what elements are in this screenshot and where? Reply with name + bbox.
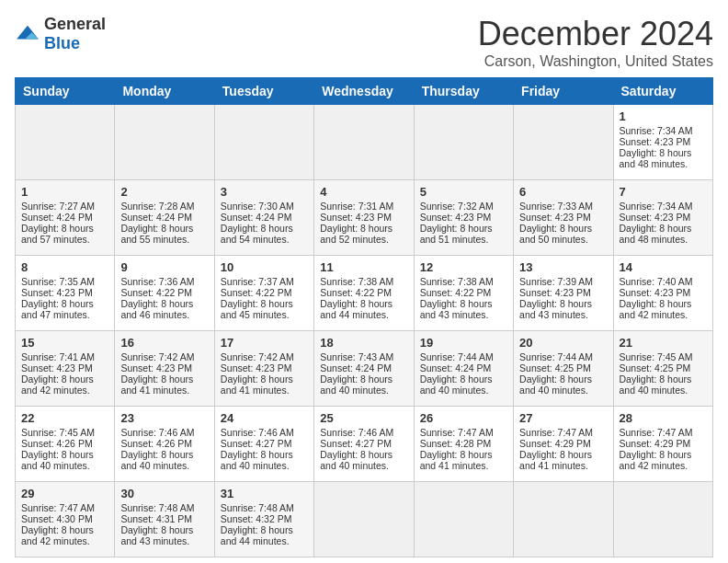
sunset-text: Sunset: 4:31 PM: [120, 513, 208, 524]
logo-text-general: General: [44, 15, 106, 33]
daylight-text: Daylight: 8 hours and 41 minutes.: [420, 449, 507, 471]
sunrise-text: Sunrise: 7:46 AM: [221, 427, 308, 438]
sunset-text: Sunset: 4:23 PM: [620, 287, 707, 298]
sunset-text: Sunset: 4:23 PM: [519, 212, 607, 223]
daylight-text: Daylight: 8 hours and 43 minutes.: [420, 298, 507, 320]
day-number: 7: [620, 185, 707, 199]
calendar-cell: [314, 482, 414, 557]
daylight-text: Daylight: 8 hours and 40 minutes.: [320, 373, 407, 396]
sunrise-text: Sunrise: 7:45 AM: [21, 427, 108, 438]
calendar-cell: 24Sunrise: 7:46 AMSunset: 4:27 PMDayligh…: [214, 407, 313, 482]
daylight-text: Daylight: 8 hours and 43 minutes.: [120, 524, 208, 546]
calendar-cell: 30Sunrise: 7:48 AMSunset: 4:31 PMDayligh…: [115, 482, 214, 557]
daylight-text: Daylight: 8 hours and 42 minutes.: [620, 298, 707, 320]
calendar-cell: 22Sunrise: 7:45 AMSunset: 4:26 PMDayligh…: [16, 407, 115, 482]
calendar-cell: 28Sunrise: 7:47 AMSunset: 4:29 PMDayligh…: [613, 407, 712, 482]
calendar-cell: 27Sunrise: 7:47 AMSunset: 4:29 PMDayligh…: [514, 407, 613, 482]
sunset-text: Sunset: 4:23 PM: [120, 362, 208, 373]
calendar-cell: 10Sunrise: 7:37 AMSunset: 4:22 PMDayligh…: [214, 256, 313, 331]
sunset-text: Sunset: 4:22 PM: [320, 287, 407, 298]
day-number: 16: [120, 336, 208, 350]
daylight-text: Daylight: 8 hours and 48 minutes.: [620, 223, 707, 245]
day-number: 31: [221, 487, 308, 500]
calendar-cell: 11Sunrise: 7:38 AMSunset: 4:22 PMDayligh…: [314, 256, 414, 331]
calendar-week-row: 8Sunrise: 7:35 AMSunset: 4:23 PMDaylight…: [16, 256, 713, 331]
sunrise-text: Sunrise: 7:44 AM: [519, 351, 607, 362]
daylight-text: Daylight: 8 hours and 40 minutes.: [519, 373, 607, 396]
day-of-week-header: Monday: [115, 78, 214, 105]
daylight-text: Daylight: 8 hours and 46 minutes.: [120, 298, 208, 320]
sunset-text: Sunset: 4:28 PM: [420, 438, 507, 449]
calendar-cell: 19Sunrise: 7:44 AMSunset: 4:24 PMDayligh…: [414, 331, 513, 407]
calendar-cell: [613, 482, 712, 557]
sunrise-text: Sunrise: 7:44 AM: [420, 351, 507, 362]
day-number: 19: [420, 336, 507, 350]
sunset-text: Sunset: 4:23 PM: [420, 212, 507, 223]
day-number: 4: [320, 185, 407, 199]
calendar-cell: 3Sunrise: 7:30 AMSunset: 4:24 PMDaylight…: [214, 180, 313, 256]
day-number: 3: [221, 185, 308, 199]
calendar-cell: 5Sunrise: 7:32 AMSunset: 4:23 PMDaylight…: [414, 180, 513, 256]
sunrise-text: Sunrise: 7:32 AM: [420, 201, 507, 212]
month-title: December 2024: [478, 15, 713, 53]
day-of-week-header: Thursday: [414, 78, 513, 105]
calendar-cell: [214, 105, 313, 180]
calendar-cell: 18Sunrise: 7:43 AMSunset: 4:24 PMDayligh…: [314, 331, 414, 407]
daylight-text: Daylight: 8 hours and 52 minutes.: [320, 223, 407, 245]
calendar-cell: 29Sunrise: 7:47 AMSunset: 4:30 PMDayligh…: [16, 482, 115, 557]
day-number: 15: [21, 336, 108, 350]
daylight-text: Daylight: 8 hours and 42 minutes.: [620, 449, 707, 471]
sunrise-text: Sunrise: 7:42 AM: [221, 351, 308, 362]
sunrise-text: Sunrise: 7:47 AM: [620, 427, 707, 438]
sunrise-text: Sunrise: 7:41 AM: [21, 351, 108, 362]
sunrise-text: Sunrise: 7:42 AM: [120, 351, 208, 362]
day-number: 10: [221, 260, 308, 274]
calendar-cell: [414, 482, 513, 557]
day-number: 13: [519, 260, 607, 274]
day-number: 26: [420, 411, 507, 425]
day-number: 17: [221, 336, 308, 350]
sunset-text: Sunset: 4:23 PM: [620, 136, 707, 147]
sunset-text: Sunset: 4:25 PM: [620, 362, 707, 373]
sunset-text: Sunset: 4:23 PM: [21, 287, 108, 298]
sunset-text: Sunset: 4:24 PM: [420, 362, 507, 373]
sunset-text: Sunset: 4:24 PM: [320, 362, 407, 373]
daylight-text: Daylight: 8 hours and 40 minutes.: [320, 449, 407, 471]
day-of-week-header: Saturday: [613, 78, 712, 105]
calendar-cell: 7Sunrise: 7:34 AMSunset: 4:23 PMDaylight…: [613, 180, 712, 256]
sunset-text: Sunset: 4:24 PM: [21, 212, 108, 223]
sunrise-text: Sunrise: 7:43 AM: [320, 351, 407, 362]
sunrise-text: Sunrise: 7:46 AM: [320, 427, 407, 438]
sunset-text: Sunset: 4:23 PM: [21, 362, 108, 373]
calendar-cell: [115, 105, 214, 180]
day-of-week-header: Friday: [514, 78, 613, 105]
daylight-text: Daylight: 8 hours and 41 minutes.: [120, 373, 208, 396]
calendar-cell: 31Sunrise: 7:48 AMSunset: 4:32 PMDayligh…: [214, 482, 313, 557]
sunrise-text: Sunrise: 7:28 AM: [120, 201, 208, 212]
day-number: 23: [120, 411, 208, 425]
sunset-text: Sunset: 4:27 PM: [221, 438, 308, 449]
sunset-text: Sunset: 4:23 PM: [221, 362, 308, 373]
calendar-cell: 23Sunrise: 7:46 AMSunset: 4:26 PMDayligh…: [115, 407, 214, 482]
day-number: 8: [21, 260, 108, 274]
daylight-text: Daylight: 8 hours and 43 minutes.: [519, 298, 607, 320]
sunset-text: Sunset: 4:24 PM: [221, 212, 308, 223]
calendar-cell: 20Sunrise: 7:44 AMSunset: 4:25 PMDayligh…: [514, 331, 613, 407]
calendar-cell: 13Sunrise: 7:39 AMSunset: 4:23 PMDayligh…: [514, 256, 613, 331]
day-number: 24: [221, 411, 308, 425]
calendar-cell: 21Sunrise: 7:45 AMSunset: 4:25 PMDayligh…: [613, 331, 712, 407]
calendar-cell: [514, 105, 613, 180]
sunrise-text: Sunrise: 7:47 AM: [420, 427, 507, 438]
sunrise-text: Sunrise: 7:48 AM: [120, 502, 208, 513]
calendar-cell: 12Sunrise: 7:38 AMSunset: 4:22 PMDayligh…: [414, 256, 513, 331]
sunset-text: Sunset: 4:29 PM: [620, 438, 707, 449]
daylight-text: Daylight: 8 hours and 40 minutes.: [120, 449, 208, 471]
sunset-text: Sunset: 4:22 PM: [221, 287, 308, 298]
daylight-text: Daylight: 8 hours and 42 minutes.: [21, 524, 108, 546]
day-number: 28: [620, 411, 707, 425]
sunset-text: Sunset: 4:32 PM: [221, 513, 308, 524]
daylight-text: Daylight: 8 hours and 55 minutes.: [120, 223, 208, 245]
sunrise-text: Sunrise: 7:30 AM: [221, 201, 308, 212]
daylight-text: Daylight: 8 hours and 57 minutes.: [21, 223, 108, 245]
daylight-text: Daylight: 8 hours and 41 minutes.: [519, 449, 607, 471]
